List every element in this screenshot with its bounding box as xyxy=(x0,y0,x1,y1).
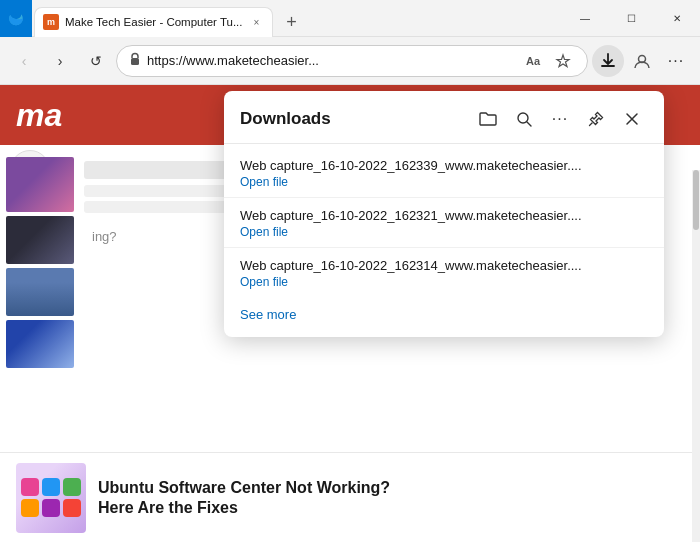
window-controls: — ☐ ✕ xyxy=(562,0,700,37)
ubuntu-title-line1: Ubuntu Software Center Not Working? xyxy=(98,479,390,496)
open-file-3-link[interactable]: Open file xyxy=(240,275,648,289)
more-options-button[interactable]: ··· xyxy=(660,45,692,77)
downloads-button[interactable] xyxy=(592,45,624,77)
site-logo: ma xyxy=(16,97,62,134)
back-button[interactable]: ‹ xyxy=(8,45,40,77)
minimize-button[interactable]: — xyxy=(562,0,608,37)
active-tab[interactable]: m Make Tech Easier - Computer Tu... × xyxy=(34,7,273,37)
address-bar[interactable]: https://www.maketecheasier... Aa xyxy=(116,45,588,77)
edge-browser-icon xyxy=(0,0,32,37)
ubuntu-title-line2: Here Are the Fixes xyxy=(98,499,238,516)
navigation-bar: ‹ › ↺ https://www.maketecheasier... Aa xyxy=(0,37,700,85)
scroll-track xyxy=(692,170,700,542)
page-content: ma ing? xyxy=(0,85,700,542)
download-item-1: Web capture_16-10-2022_162339_www.makete… xyxy=(224,148,664,197)
panel-title: Downloads xyxy=(240,109,472,129)
close-window-button[interactable]: ✕ xyxy=(654,0,700,37)
profile-button[interactable] xyxy=(626,45,658,77)
scroll-thumb[interactable] xyxy=(693,170,699,230)
ubuntu-article-title: Ubuntu Software Center Not Working? Here… xyxy=(98,478,390,518)
new-tab-button[interactable]: + xyxy=(277,9,305,37)
see-more-area: See more xyxy=(224,297,664,337)
title-bar: m Make Tech Easier - Computer Tu... × + … xyxy=(0,0,700,37)
tab-close-button[interactable]: × xyxy=(248,14,264,30)
close-panel-button[interactable] xyxy=(616,103,648,135)
download-filename-1: Web capture_16-10-2022_162339_www.makete… xyxy=(240,158,648,173)
panel-divider xyxy=(224,143,664,144)
search-downloads-button[interactable] xyxy=(508,103,540,135)
panel-actions: ··· xyxy=(472,103,648,135)
tab-area: m Make Tech Easier - Computer Tu... × + xyxy=(32,0,305,37)
open-file-1-link[interactable]: Open file xyxy=(240,175,648,189)
pin-panel-button[interactable] xyxy=(580,103,612,135)
svg-rect-0 xyxy=(131,58,139,65)
svg-point-3 xyxy=(518,113,528,123)
nav-right-icons: ··· xyxy=(592,45,692,77)
ubuntu-article: Ubuntu Software Center Not Working? Here… xyxy=(0,452,700,542)
download-filename-2: Web capture_16-10-2022_162321_www.makete… xyxy=(240,208,648,223)
thumbnail-4 xyxy=(6,320,74,368)
favorites-button[interactable] xyxy=(551,49,575,73)
download-item-2: Web capture_16-10-2022_162321_www.makete… xyxy=(224,197,664,247)
maximize-button[interactable]: ☐ xyxy=(608,0,654,37)
title-bar-left: m Make Tech Easier - Computer Tu... × + xyxy=(0,0,562,37)
download-filename-3: Web capture_16-10-2022_162314_www.makete… xyxy=(240,258,648,273)
downloads-panel: Downloads xyxy=(224,91,664,337)
download-item-3: Web capture_16-10-2022_162314_www.makete… xyxy=(224,247,664,297)
browser-window: m Make Tech Easier - Computer Tu... × + … xyxy=(0,0,700,542)
ubuntu-article-text: Ubuntu Software Center Not Working? Here… xyxy=(98,478,390,518)
ubuntu-thumbnail xyxy=(16,463,86,533)
tab-favicon: m xyxy=(43,14,59,30)
open-file-2-link[interactable]: Open file xyxy=(240,225,648,239)
lock-icon xyxy=(129,52,141,69)
read-mode-button[interactable]: Aa xyxy=(521,49,545,73)
downloads-more-button[interactable]: ··· xyxy=(544,103,576,135)
thumbnail-2 xyxy=(6,216,74,264)
panel-header: Downloads xyxy=(224,91,664,143)
open-downloads-folder-button[interactable] xyxy=(472,103,504,135)
tab-title: Make Tech Easier - Computer Tu... xyxy=(65,16,242,28)
forward-button[interactable]: › xyxy=(44,45,76,77)
url-text: https://www.maketecheasier... xyxy=(147,53,515,68)
see-more-link[interactable]: See more xyxy=(240,307,296,322)
thumbnail-3 xyxy=(6,268,74,316)
ubuntu-app-grid xyxy=(21,478,81,517)
thumbnail-1 xyxy=(6,157,74,212)
refresh-button[interactable]: ↺ xyxy=(80,45,112,77)
